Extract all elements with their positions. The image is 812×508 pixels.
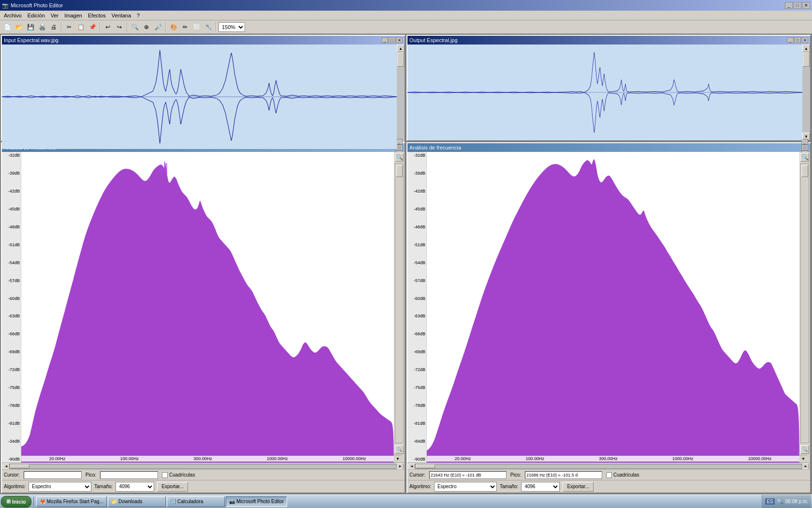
r-ylabel-13: -75dB xyxy=(408,385,425,390)
start-label: Inicio xyxy=(12,499,26,505)
freq-right-hthumb[interactable] xyxy=(416,464,435,468)
menu-help[interactable]: ? xyxy=(134,12,143,19)
save-button[interactable]: 💾 xyxy=(25,22,36,32)
freq-right-svg xyxy=(427,152,799,463)
ylabel-12: -72dB xyxy=(3,367,20,372)
minimize-button[interactable]: _ xyxy=(785,2,793,9)
separator-4 xyxy=(165,22,166,32)
freq-left-tamano-select[interactable]: 256 512 1024 2048 4096 8192 xyxy=(116,482,154,492)
freq-right-xlabel-0: 20.00Hz xyxy=(455,456,471,461)
menu-imagen[interactable]: Imagen xyxy=(61,12,85,19)
input-waveform-title-bar: Input Espectral.wav.jpg _ □ ✕ xyxy=(2,36,405,45)
freq-left-zoom-out[interactable]: 🔍 xyxy=(395,445,404,454)
freq-left-right-panel: 🔍 🔍 ▼ xyxy=(394,152,405,463)
freq-right-cursor-input[interactable] xyxy=(429,471,507,479)
freq-left-xlabel-4: 10000.00Hz xyxy=(343,456,366,461)
output-scroll-up[interactable]: ▲ xyxy=(802,45,810,52)
freq-right-pico-input[interactable] xyxy=(525,471,602,479)
taskbar-firefox[interactable]: 🦊 Mozilla Firefox Start Pag... xyxy=(36,496,107,507)
ylabel-7: -57dB xyxy=(3,278,20,283)
start-button[interactable]: ⊞ Inicio xyxy=(1,496,31,508)
freq-right-zoom-in[interactable]: 🔍 xyxy=(800,153,809,162)
menu-ventana[interactable]: Ventana xyxy=(109,12,134,19)
tool-button[interactable]: 🔧 xyxy=(203,22,214,32)
freq-left-minimize-btn[interactable]: _ xyxy=(396,139,403,145)
crop-button[interactable]: ⬜ xyxy=(191,22,202,32)
freq-left-hthumb[interactable] xyxy=(10,464,29,468)
color-button[interactable]: 🎨 xyxy=(168,22,179,32)
r-ylabel-16: -84dB xyxy=(408,439,425,444)
zoom-actual-button[interactable]: ⊕ xyxy=(141,22,152,32)
cut-button[interactable]: ✂ xyxy=(64,22,74,32)
zoom-tool-button[interactable]: 🔎 xyxy=(153,22,163,32)
taskbar-calculator[interactable]: 🔢 Calculadora xyxy=(167,496,225,507)
ylabel-4: -48dB xyxy=(3,224,20,229)
freq-left-xlabel-2: 300.00Hz xyxy=(193,456,212,461)
close-button[interactable]: ✕ xyxy=(802,2,810,9)
freq-right-window: Análisis de frecuencia _ □ ✕ -32dB -39dB… xyxy=(406,142,811,493)
freq-right-cuadriculas-checkbox[interactable] xyxy=(606,472,612,478)
paste-button[interactable]: 📌 xyxy=(87,22,98,32)
freq-right-maximize-btn[interactable]: □ xyxy=(801,145,808,150)
output-maximize-btn[interactable]: □ xyxy=(794,37,801,43)
freq-left-hscroll: ◄ ► xyxy=(2,463,405,469)
taskbar-photoeditor[interactable]: 📷 Microsoft Photo Editor xyxy=(226,496,287,507)
new-button[interactable]: 📄 xyxy=(2,22,13,32)
freq-left-maximize-btn[interactable]: □ xyxy=(396,145,403,150)
freq-right-scroll-left[interactable]: ◄ xyxy=(408,463,415,469)
freq-left-pico-input[interactable] xyxy=(100,471,158,479)
r-ylabel-0: -32dB xyxy=(408,153,425,158)
menu-ver[interactable]: Ver xyxy=(48,12,62,19)
windows-icon: ⊞ xyxy=(6,498,11,505)
input-minimize-btn[interactable]: _ xyxy=(381,37,388,43)
freq-right-minimize-btn[interactable]: _ xyxy=(801,139,808,145)
r-ylabel-2: -42dB xyxy=(408,189,425,194)
freq-left-cuadriculas-checkbox[interactable] xyxy=(162,472,168,478)
freq-right-xlabel-1: 100.00Hz xyxy=(525,456,544,461)
taskbar-downloads[interactable]: 📁 Downloads xyxy=(108,496,166,507)
freq-left-scroll-right[interactable]: ► xyxy=(397,463,404,469)
freq-right-export-btn[interactable]: Exportar... xyxy=(563,482,594,492)
zoom-fit-button[interactable]: 🔍 xyxy=(130,22,140,32)
menu-edicion[interactable]: Edición xyxy=(25,12,48,19)
output-scroll-track xyxy=(802,52,810,133)
freq-right-title-bar: Análisis de frecuencia _ □ ✕ xyxy=(407,143,810,152)
freq-right-scroll-right[interactable]: ► xyxy=(802,463,809,469)
maximize-button[interactable]: □ xyxy=(794,2,801,9)
freq-left-scroll-left[interactable]: ◄ xyxy=(3,463,10,469)
print-button[interactable]: 🖨️ xyxy=(37,22,47,32)
separator-2 xyxy=(100,22,101,32)
output-scroll-thumb[interactable] xyxy=(803,52,810,67)
copy-button[interactable]: 📋 xyxy=(75,22,86,32)
freq-left-zoom-in[interactable]: 🔍 xyxy=(395,153,404,162)
input-close-btn[interactable]: ✕ xyxy=(396,37,403,43)
menu-efectos[interactable]: Efectos xyxy=(85,12,109,19)
freq-right-tamano-select[interactable]: 256 512 1024 2048 4096 8192 xyxy=(521,482,560,492)
freq-right-xlabel-4: 10000.00Hz xyxy=(748,456,772,461)
freq-left-scroll-down-btn[interactable]: ▼ xyxy=(394,455,402,463)
redo-button[interactable]: ↪ xyxy=(114,22,125,32)
open-button[interactable]: 📂 xyxy=(14,22,24,32)
zoom-control: 25% 50% 75% 100% 150% 200% 300% xyxy=(218,22,245,32)
input-scroll-thumb[interactable] xyxy=(397,52,404,67)
freq-left-export-btn[interactable]: Exportar... xyxy=(157,482,188,492)
menu-archivo[interactable]: Archivo xyxy=(1,12,25,19)
freq-right-zoom-out[interactable]: 🔍 xyxy=(800,445,809,454)
separator-3 xyxy=(127,22,128,32)
freq-right-algoritmo-select[interactable]: Espectro Potencia Amplitud xyxy=(434,482,497,492)
output-minimize-btn[interactable]: _ xyxy=(787,37,794,43)
undo-button[interactable]: ↩ xyxy=(102,22,113,32)
print2-button[interactable]: 🖨 xyxy=(48,22,59,32)
output-close-btn[interactable]: ✕ xyxy=(801,37,808,43)
freq-left-algoritmo-select[interactable]: Espectro Potencia Amplitud xyxy=(29,482,91,492)
input-scroll-up[interactable]: ▲ xyxy=(397,45,405,52)
freq-right-scroll-down-btn[interactable]: ▼ xyxy=(799,455,807,463)
pencil-button[interactable]: ✏ xyxy=(180,22,190,32)
zoom-select[interactable]: 25% 50% 75% 100% 150% 200% 300% xyxy=(218,22,245,32)
input-maximize-btn[interactable]: □ xyxy=(389,37,395,43)
freq-left-cursor-input[interactable] xyxy=(24,471,82,479)
title-bar-left: 📷 Microsoft Photo Editor xyxy=(2,2,63,9)
ylabel-0: -32dB xyxy=(3,153,20,158)
output-waveform-inner: ▲ ▼ xyxy=(407,45,810,140)
freq-right-controls: Algoritmo: Espectro Potencia Amplitud Ta… xyxy=(407,480,810,493)
